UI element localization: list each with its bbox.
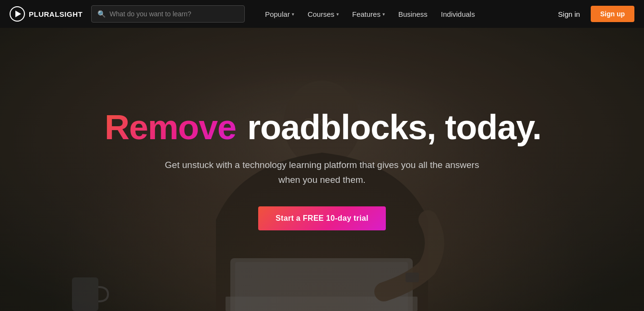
nav-item-business[interactable]: Business bbox=[393, 7, 433, 21]
brand-logo[interactable]: PLURALSIGHT bbox=[10, 6, 83, 22]
chevron-down-icon: ▾ bbox=[336, 12, 339, 17]
search-icon: 🔍 bbox=[97, 10, 106, 18]
signup-button[interactable]: Sign up bbox=[591, 6, 634, 22]
hero-subtitle: Get unstuck with a technology learning p… bbox=[154, 158, 490, 187]
play-icon bbox=[15, 11, 21, 17]
search-bar[interactable]: 🔍 bbox=[91, 5, 245, 23]
nav-links: Popular ▾ Courses ▾ Features ▾ Business … bbox=[259, 7, 551, 21]
logo-icon bbox=[10, 6, 25, 22]
brand-name: PLURALSIGHT bbox=[29, 10, 83, 18]
hero-title-highlight: Remove bbox=[103, 108, 238, 146]
signin-button[interactable]: Sign in bbox=[551, 7, 587, 21]
hero-cta-button[interactable]: Start a FREE 10-day trial bbox=[258, 206, 385, 230]
nav-item-features[interactable]: Features ▾ bbox=[346, 7, 391, 21]
nav-item-courses[interactable]: Courses ▾ bbox=[302, 7, 345, 21]
hero-content: Remove roadblocks, today. Get unstuck wi… bbox=[0, 28, 644, 311]
nav-item-popular[interactable]: Popular ▾ bbox=[259, 7, 300, 21]
navbar: PLURALSIGHT 🔍 Popular ▾ Courses ▾ Featur… bbox=[0, 0, 644, 28]
hero-section: PLURALSIGHT 🔍 Popular ▾ Courses ▾ Featur… bbox=[0, 0, 644, 311]
chevron-down-icon: ▾ bbox=[292, 12, 294, 17]
hero-title: Remove roadblocks, today. bbox=[103, 108, 541, 146]
navbar-actions: Sign in Sign up bbox=[551, 6, 634, 22]
nav-item-individuals[interactable]: Individuals bbox=[435, 7, 481, 21]
search-input[interactable] bbox=[109, 10, 239, 18]
chevron-down-icon: ▾ bbox=[382, 12, 385, 17]
